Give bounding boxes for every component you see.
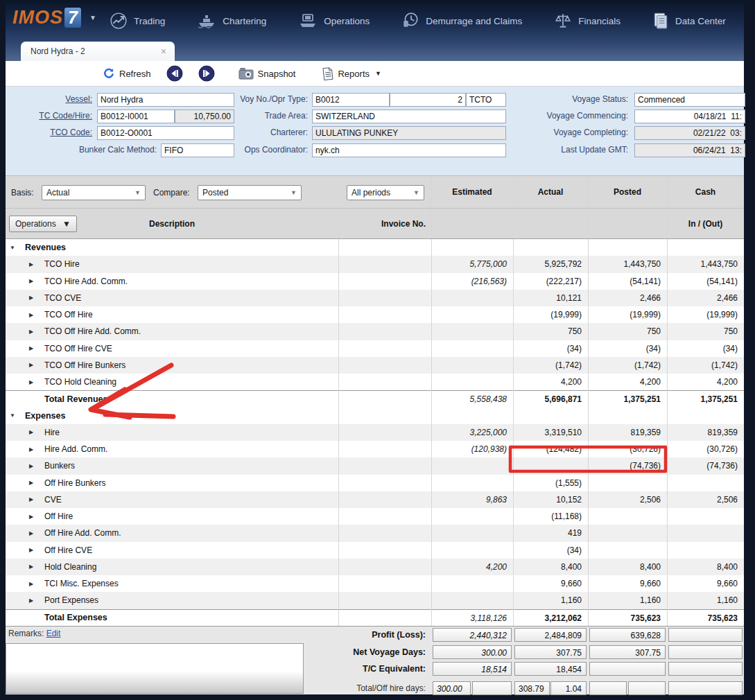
- row-label: TCO Off Hire Add. Comm.: [44, 323, 141, 340]
- previous-voyage-button[interactable]: [166, 65, 183, 82]
- tab-close-icon[interactable]: ×: [161, 46, 175, 57]
- pnl-row-tco-off-hire-add-comm-[interactable]: ▶TCO Off Hire Add. Comm.750750750: [6, 323, 744, 340]
- tc-code-field[interactable]: B0012-I0001: [97, 110, 175, 123]
- chevron-down-icon: ▼: [413, 189, 419, 196]
- cell-posted: (74,736): [588, 457, 667, 474]
- pnl-row-tco-hold-cleaning[interactable]: ▶TCO Hold Cleaning4,2004,2004,200: [6, 374, 744, 390]
- cell-cash: 750: [667, 323, 744, 340]
- expand-arrow-icon[interactable]: ▶: [29, 306, 33, 323]
- column-header-cash: Cash: [667, 176, 744, 209]
- collapse-arrow-icon[interactable]: ▼: [10, 408, 15, 424]
- expand-arrow-icon[interactable]: ▶: [29, 592, 33, 609]
- expand-arrow-icon[interactable]: ▶: [29, 475, 33, 491]
- pnl-row-tco-hire-add-comm-[interactable]: ▶TCO Hire Add. Comm.(216,563)(222,217)(5…: [6, 273, 744, 290]
- pnl-row-port-expenses[interactable]: ▶Port Expenses1,1601,1601,160: [6, 592, 744, 609]
- cell-cash: 819,359: [667, 424, 744, 441]
- cell-act: 419: [513, 525, 588, 541]
- compare-label: Compare:: [153, 176, 190, 209]
- expand-arrow-icon[interactable]: ▶: [29, 457, 33, 474]
- collapse-arrow-icon[interactable]: ▼: [10, 239, 15, 256]
- next-voyage-button[interactable]: [198, 65, 215, 82]
- reports-button[interactable]: Reports ▼: [322, 67, 381, 80]
- cell-posted: [588, 408, 667, 424]
- expand-arrow-icon[interactable]: ▶: [29, 340, 33, 357]
- pnl-row-hire-add-comm-[interactable]: ▶Hire Add. Comm.(120,938)(124,482)(30,72…: [6, 441, 744, 457]
- pnl-row-revenues[interactable]: ▼Revenues: [6, 239, 744, 256]
- logo-version: 7: [64, 8, 81, 28]
- hire-days-cell-cash: [668, 681, 743, 695]
- expand-arrow-icon[interactable]: ▶: [29, 508, 33, 525]
- nav-item-financials[interactable]: Financials: [554, 12, 621, 30]
- pnl-row-tco-hire[interactable]: ▶TCO Hire5,775,0005,925,7921,443,7501,44…: [6, 256, 744, 272]
- opr-type-field[interactable]: TCTO: [466, 93, 506, 107]
- expand-arrow-icon[interactable]: ▶: [29, 256, 33, 272]
- voyage-status-field[interactable]: Commenced: [634, 93, 745, 107]
- pnl-row-off-hire[interactable]: ▶Off Hire(11,168): [6, 508, 744, 525]
- pnl-row-cve[interactable]: ▶CVE9,86310,1522,5062,506: [6, 491, 744, 508]
- cell-posted: 1,443,750: [588, 256, 667, 272]
- nav-item-demurrage-and-claims[interactable]: Demurrage and Claims: [401, 12, 522, 30]
- imos-logo[interactable]: IMOS 7 ▼: [12, 7, 96, 28]
- period-select[interactable]: All periods▼: [347, 185, 424, 200]
- expand-arrow-icon[interactable]: ▶: [29, 525, 33, 541]
- tco-code-field[interactable]: B0012-O0001: [97, 126, 234, 140]
- row-label: Off Hire Bunkers: [44, 475, 105, 491]
- pnl-row-hire[interactable]: ▶Hire3,225,0003,319,510819,359819,359: [6, 424, 744, 441]
- vessel-label[interactable]: Vessel:: [6, 92, 92, 106]
- compare-select[interactable]: Posted▼: [198, 185, 302, 200]
- bunker-calc-field[interactable]: FIFO: [161, 143, 234, 157]
- pnl-row-off-hire-cve[interactable]: ▶Off Hire CVE(34): [6, 542, 744, 559]
- nav-item-operations[interactable]: Operations: [298, 12, 370, 29]
- nav-item-chartering[interactable]: Chartering: [197, 12, 266, 29]
- ops-coordinator-field[interactable]: nyk.ch: [312, 143, 506, 157]
- voyage-completing-field: 02/21/22 03:: [634, 126, 745, 140]
- expand-arrow-icon[interactable]: ▶: [29, 273, 33, 290]
- tc-code-label[interactable]: TC Code/Hire:: [6, 109, 92, 123]
- expand-arrow-icon[interactable]: ▶: [29, 323, 33, 340]
- operations-icon: [298, 12, 318, 29]
- pnl-row-off-hire-add-comm-[interactable]: ▶Off Hire Add. Comm.419: [6, 525, 744, 541]
- pnl-row-tco-off-hire-bunkers[interactable]: ▶TCO Off Hire Bunkers(1,742)(1,742)(1,74…: [6, 357, 744, 374]
- snapshot-button[interactable]: Snapshot: [238, 67, 296, 80]
- expand-arrow-icon[interactable]: ▶: [29, 575, 33, 592]
- nav-item-trading[interactable]: Trading: [110, 12, 165, 30]
- cell-cash: [667, 408, 744, 424]
- voyage-commencing-field[interactable]: 04/18/21 11:: [634, 110, 745, 123]
- tco-code-label[interactable]: TCO Code:: [6, 125, 92, 139]
- expand-arrow-icon[interactable]: ▶: [29, 357, 33, 374]
- vessel-field[interactable]: Nord Hydra: [97, 93, 234, 107]
- pnl-row-off-hire-bunkers[interactable]: ▶Off Hire Bunkers(1,555): [6, 475, 744, 491]
- expand-arrow-icon[interactable]: ▶: [29, 542, 33, 559]
- summary-cell-est: 18,514: [433, 662, 512, 676]
- pnl-row-tco-cve[interactable]: ▶TCO CVE10,1212,4662,466: [6, 290, 744, 306]
- expand-arrow-icon[interactable]: ▶: [29, 424, 33, 441]
- pnl-row-tco-off-hire-cve[interactable]: ▶TCO Off Hire CVE(34)(34)(34): [6, 340, 744, 357]
- cell-est: [431, 357, 513, 374]
- voy-number-field[interactable]: 2: [390, 93, 466, 107]
- summary-cell-est: 2,440,312: [433, 628, 512, 642]
- voy-no-field[interactable]: B0012: [312, 93, 390, 107]
- snapshot-camera-icon: [238, 67, 254, 80]
- refresh-button[interactable]: Refresh: [103, 67, 151, 80]
- nav-item-data-center[interactable]: Data Center: [652, 12, 726, 30]
- pnl-row-tco-off-hire[interactable]: ▶TCO Off Hire(19,999)(19,999)(19,999): [6, 306, 744, 323]
- expand-arrow-icon[interactable]: ▶: [29, 491, 33, 508]
- hire-days-cell-est1: 300.00: [433, 681, 471, 695]
- expand-arrow-icon[interactable]: ▶: [29, 441, 33, 457]
- pnl-row-bunkers[interactable]: ▶Bunkers(74,736)(74,736): [6, 457, 744, 474]
- trade-area-field[interactable]: SWITZERLAND: [312, 110, 506, 123]
- basis-select[interactable]: Actual▼: [42, 185, 146, 200]
- pnl-row-total-revenues[interactable]: Total Revenues5,558,4385,696,8711,375,25…: [6, 390, 744, 407]
- pnl-row-expenses[interactable]: ▼Expenses: [6, 408, 744, 424]
- tab-nord-hydra[interactable]: Nord Hydra - 2 ×: [21, 42, 175, 61]
- voyage-completing-label: Voyage Completing:: [519, 125, 628, 139]
- pnl-row-total-expenses[interactable]: Total Expenses3,118,1263,212,062735,6237…: [6, 609, 744, 626]
- basis-label: Basis:: [11, 176, 34, 209]
- expand-arrow-icon[interactable]: ▶: [29, 374, 33, 390]
- expand-arrow-icon[interactable]: ▶: [29, 290, 33, 306]
- logo-menu-caret-icon[interactable]: ▼: [89, 14, 96, 21]
- summary-cell-posted: 307.75: [589, 645, 666, 659]
- pnl-row-hold-cleaning[interactable]: ▶Hold Cleaning4,2008,4008,4008,400: [6, 559, 744, 575]
- expand-arrow-icon[interactable]: ▶: [29, 559, 33, 575]
- pnl-row-tci-misc-expenses[interactable]: ▶TCI Misc. Expenses9,6609,6609,660: [6, 575, 744, 592]
